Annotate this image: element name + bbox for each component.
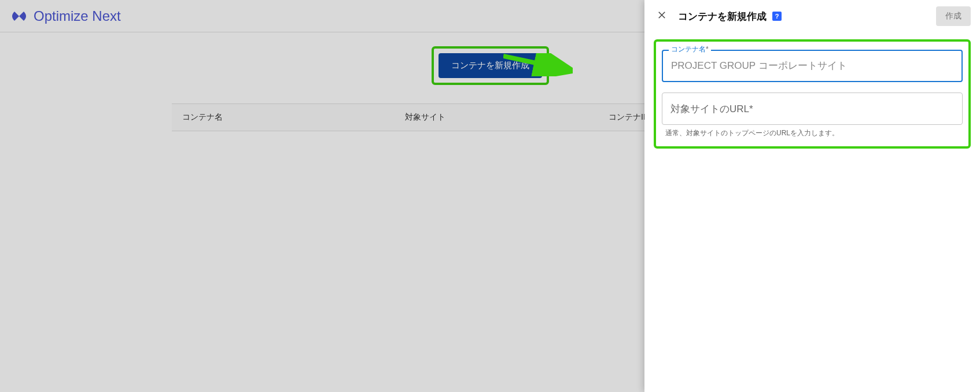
annotation-arrow: [503, 53, 573, 76]
target-url-input[interactable]: [756, 103, 954, 114]
svg-line-0: [503, 56, 566, 69]
close-icon[interactable]: [654, 10, 670, 23]
annotation-highlight-form: コンテナ名* 対象サイトのURL* 通常、対象サイトのトップページのURLを入力…: [654, 39, 971, 149]
target-url-helper: 通常、対象サイトのトップページのURLを入力します。: [662, 125, 963, 138]
logo-icon: [9, 6, 29, 26]
create-button[interactable]: 作成: [936, 6, 971, 26]
help-icon[interactable]: ?: [772, 12, 782, 21]
logo-text: Optimize Next: [34, 8, 121, 24]
col-container-name: コンテナ名: [172, 104, 395, 131]
target-url-field: 対象サイトのURL* 通常、対象サイトのトップページのURLを入力します。: [662, 93, 963, 138]
container-name-input[interactable]: [662, 50, 963, 82]
panel-header: コンテナを新規作成 ? 作成: [644, 0, 980, 32]
col-target-site: 対象サイト: [395, 104, 598, 131]
panel-title: コンテナを新規作成: [678, 10, 767, 23]
target-url-label: 対象サイトのURL*: [670, 102, 753, 116]
container-name-label: コンテナ名*: [669, 45, 711, 54]
container-name-field: コンテナ名*: [662, 50, 963, 82]
new-container-panel: コンテナを新規作成 ? 作成 コンテナ名* 対象サイトのURL* 通常、対象サイ…: [644, 0, 980, 392]
